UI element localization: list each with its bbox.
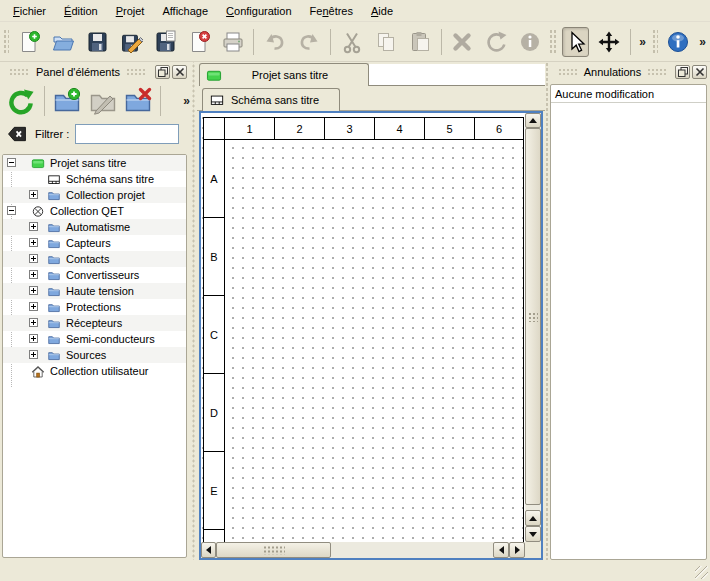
- project-tab-label: Projet sans titre: [222, 69, 368, 81]
- toolbar-separator: [441, 29, 442, 55]
- expand-expander-icon[interactable]: [29, 190, 38, 199]
- tree-item-label: Semi-conducteurs: [66, 333, 155, 345]
- dock-float-button[interactable]: [675, 65, 690, 79]
- toolbar-drag-handle[interactable]: [652, 29, 658, 55]
- expand-expander-icon[interactable]: [29, 334, 38, 343]
- expand-expander-icon[interactable]: [29, 270, 38, 279]
- selection-mode-button[interactable]: [562, 27, 590, 57]
- expand-expander-icon[interactable]: [29, 350, 38, 359]
- save-all-button[interactable]: [151, 27, 179, 57]
- column-label: 6: [496, 123, 502, 135]
- tree-item-collection-projet[interactable]: Collection projet: [3, 187, 186, 203]
- status-bar: [0, 560, 710, 581]
- diagram-canvas[interactable]: 1 2 3 4 5 6 A B C D E: [201, 113, 525, 542]
- undo-button[interactable]: [261, 27, 289, 57]
- tree-item-semi-conducteurs[interactable]: Semi-conducteurs: [3, 331, 186, 347]
- tree-item-automatisme[interactable]: Automatisme: [3, 219, 186, 235]
- horizontal-scroll-thumb[interactable]: [216, 542, 331, 558]
- tree-item-haute-tension[interactable]: Haute tension: [3, 283, 186, 299]
- diagram-tab[interactable]: Schéma sans titre: [202, 88, 340, 111]
- expand-expander-icon[interactable]: [29, 222, 38, 231]
- toolbar-drag-handle[interactable]: [549, 29, 555, 55]
- row-header: E: [203, 451, 225, 530]
- window-resize-grip[interactable]: [695, 566, 708, 579]
- expand-expander-icon[interactable]: [29, 254, 38, 263]
- expand-expander-icon[interactable]: [29, 302, 38, 311]
- expand-expander-icon[interactable]: [29, 318, 38, 327]
- print-button[interactable]: [219, 27, 247, 57]
- new-document-button[interactable]: [15, 27, 43, 57]
- edit-category-button[interactable]: [86, 85, 120, 117]
- toolbar-overflow-button[interactable]: »: [695, 35, 710, 49]
- save-as-button[interactable]: [117, 27, 145, 57]
- tree-item-projet-sans-titre[interactable]: Projet sans titre: [3, 155, 186, 171]
- tree-item-schema-sans-titre[interactable]: Schéma sans titre: [3, 171, 186, 187]
- diagram-view[interactable]: 1 2 3 4 5 6 A B C D E: [199, 111, 543, 560]
- column-header: 4: [374, 117, 425, 140]
- scroll-right-button[interactable]: [509, 542, 525, 558]
- menu-configuration[interactable]: Configuration: [217, 2, 300, 20]
- redo-button[interactable]: [295, 27, 323, 57]
- dock-float-button[interactable]: [155, 65, 170, 79]
- tree-item-convertisseurs[interactable]: Convertisseurs: [3, 267, 186, 283]
- open-document-button[interactable]: [49, 27, 77, 57]
- elements-panel-dock: Panel d'éléments » Filtrer : Projet sans…: [0, 62, 190, 560]
- project-tab[interactable]: Projet sans titre: [199, 63, 369, 86]
- dock-close-button[interactable]: [692, 65, 707, 79]
- tree-item-label: Protections: [66, 301, 121, 313]
- menu-affichage[interactable]: Affichage: [153, 2, 217, 20]
- dock-splitter[interactable]: [190, 62, 197, 560]
- collapse-expander-icon[interactable]: [7, 158, 16, 167]
- scroll-left-button[interactable]: [201, 542, 216, 558]
- menu-edition[interactable]: Édition: [55, 2, 107, 20]
- close-document-button[interactable]: [185, 27, 213, 57]
- clear-filter-icon[interactable]: [7, 126, 27, 142]
- cut-button[interactable]: [338, 27, 366, 57]
- scroll-left-button-right[interactable]: [493, 542, 509, 558]
- horizontal-scrollbar[interactable]: [201, 542, 525, 558]
- collapse-expander-icon[interactable]: [7, 206, 16, 215]
- thumb-grip: [528, 312, 538, 322]
- new-document-icon: [17, 30, 41, 54]
- panel-overflow-button[interactable]: »: [183, 94, 190, 108]
- row-label: B: [210, 251, 217, 263]
- filter-input[interactable]: [75, 124, 179, 144]
- toolbar-drag-handle[interactable]: [3, 29, 9, 55]
- folder-plus-icon: [53, 87, 81, 115]
- rotate-button[interactable]: [482, 27, 510, 57]
- vertical-scroll-thumb[interactable]: [525, 128, 541, 505]
- delete-category-button[interactable]: [121, 85, 155, 117]
- undo-list-item[interactable]: Aucune modification: [551, 85, 706, 103]
- scroll-down-button[interactable]: [525, 526, 541, 542]
- expand-expander-icon[interactable]: [29, 286, 38, 295]
- menu-projet[interactable]: Projet: [107, 2, 154, 20]
- tree-item-protections[interactable]: Protections: [3, 299, 186, 315]
- scroll-up-button[interactable]: [525, 113, 541, 128]
- tree-item-capteurs[interactable]: Capteurs: [3, 235, 186, 251]
- vertical-scrollbar[interactable]: [525, 113, 541, 542]
- tree-item-contacts[interactable]: Contacts: [3, 251, 186, 267]
- scroll-up-button-bottom[interactable]: [525, 510, 541, 526]
- toolbar-overflow-button[interactable]: »: [635, 35, 650, 49]
- tree-item-collection-utilisateur[interactable]: Collection utilisateur: [3, 363, 186, 379]
- tree-item-recepteurs[interactable]: Récepteurs: [3, 315, 186, 331]
- new-category-button[interactable]: [50, 85, 84, 117]
- save-button[interactable]: [83, 27, 111, 57]
- paste-button[interactable]: [406, 27, 434, 57]
- delete-button[interactable]: [449, 27, 477, 57]
- elements-panel-titlebar[interactable]: Panel d'éléments: [0, 62, 190, 82]
- floppy-page-icon: [153, 30, 177, 54]
- expand-expander-icon[interactable]: [29, 238, 38, 247]
- menu-fichier[interactable]: Fichier: [4, 2, 55, 20]
- pan-mode-button[interactable]: [595, 27, 623, 57]
- element-info-button[interactable]: [516, 27, 544, 57]
- tree-item-sources[interactable]: Sources: [3, 347, 186, 363]
- about-qet-button[interactable]: [664, 27, 692, 57]
- menu-fenetres[interactable]: Fenêtres: [301, 2, 362, 20]
- undo-dock-titlebar[interactable]: Annulations: [549, 62, 710, 82]
- dock-close-button[interactable]: [172, 65, 187, 79]
- copy-button[interactable]: [372, 27, 400, 57]
- reload-collections-button[interactable]: [5, 85, 39, 117]
- tree-item-collection-qet[interactable]: Collection QET: [3, 203, 186, 219]
- menu-aide[interactable]: Aide: [362, 2, 402, 20]
